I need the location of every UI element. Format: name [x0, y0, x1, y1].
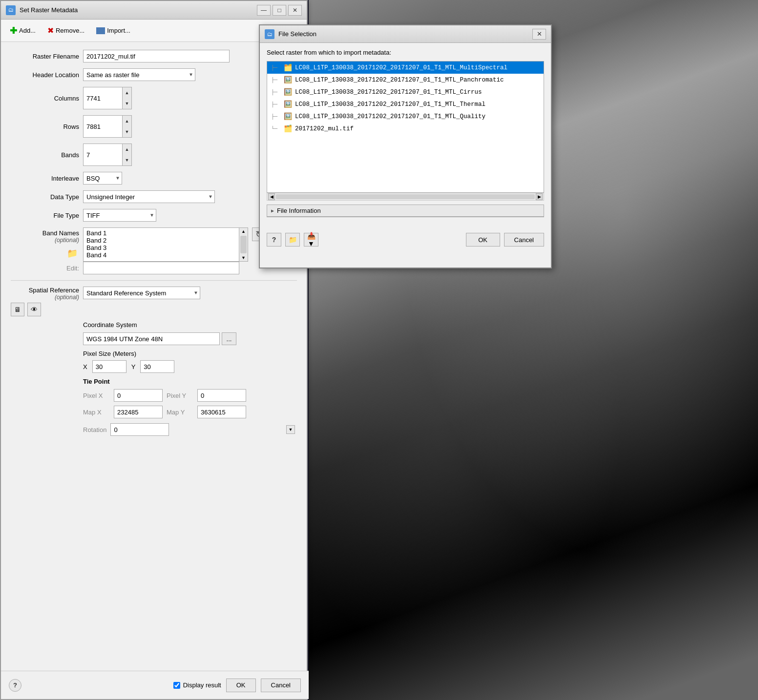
rows-row: Rows ▲ ▼	[11, 115, 297, 138]
dialog-titlebar: 🗂 File Selection ✕	[260, 25, 551, 43]
bottom-bar: ? Display result OK Cancel	[1, 671, 309, 699]
file-info-header[interactable]: ▶ File Information	[267, 205, 544, 217]
dialog-close-button[interactable]: ✕	[532, 29, 546, 40]
dialog-ok-button[interactable]: OK	[466, 233, 500, 247]
hscroll-right[interactable]: ▶	[536, 193, 543, 200]
rows-spinner-buttons: ▲ ▼	[122, 115, 132, 138]
rotation-row: Rotation ▼	[83, 423, 297, 436]
maximize-button[interactable]: □	[273, 5, 286, 16]
coord-browse-button[interactable]: ...	[222, 332, 236, 345]
file-name-label: LC08_L1TP_130038_20171202_20171207_01_T1…	[295, 64, 507, 71]
spatial-ref-dropdown-wrapper: Standard Reference System ▼	[83, 287, 200, 299]
map-y-input[interactable]	[197, 406, 246, 418]
collapse-icon: ▶	[271, 208, 274, 214]
add-button[interactable]: ✚ Add...	[7, 24, 39, 37]
spatial-eye-button[interactable]: 👁	[27, 303, 41, 316]
file-name-label: LC08_L1TP_130038_20171202_20171207_01_T1…	[295, 77, 504, 83]
file-tree-item[interactable]: ├─🖼️LC08_L1TP_130038_20171202_20171207_0…	[267, 110, 544, 123]
dialog-folder-icon: 📁	[289, 236, 297, 244]
remove-button[interactable]: ✖ Remove...	[44, 25, 87, 36]
main-ok-button[interactable]: OK	[226, 679, 256, 692]
band-names-row: Band Names (optional) 📁 Band 1 Band 2 Ba…	[11, 227, 297, 262]
monitor-icon: 🖥	[14, 306, 21, 313]
map-y-label: Map Y	[167, 409, 193, 416]
import-button[interactable]: Import...	[93, 26, 133, 35]
columns-spinner: ▲ ▼	[83, 87, 132, 109]
rotation-input[interactable]	[110, 423, 169, 436]
band-names-section: Band Names (optional) 📁 Band 1 Band 2 Ba…	[11, 227, 297, 274]
spatial-monitor-button[interactable]: 🖥	[11, 303, 24, 316]
band-names-textarea[interactable]: Band 1 Band 2 Band 3 Band 4	[83, 227, 239, 262]
pixel-y-input[interactable]	[140, 360, 174, 373]
main-cancel-button[interactable]: Cancel	[261, 679, 301, 692]
hscroll-left[interactable]: ◀	[268, 193, 275, 200]
file-name-label: LC08_L1TP_130038_20171202_20171207_01_T1…	[295, 113, 485, 120]
help-button[interactable]: ?	[9, 679, 21, 692]
minimize-button[interactable]: —	[257, 5, 271, 16]
raster-filename-input[interactable]	[83, 50, 230, 62]
columns-input[interactable]	[83, 87, 122, 109]
pixel-y-tie-input[interactable]	[197, 389, 246, 402]
file-icon: 🖼️	[284, 76, 292, 84]
pixel-x-input[interactable]	[92, 360, 126, 373]
rows-input[interactable]	[83, 115, 122, 138]
edit-row: Edit:	[11, 262, 297, 274]
bands-input[interactable]	[83, 144, 122, 166]
display-result-label[interactable]: Display result	[173, 681, 221, 689]
rotation-label: Rotation	[83, 426, 106, 433]
coord-system-input[interactable]	[83, 332, 220, 345]
file-tree-item[interactable]: ├─🖼️LC08_L1TP_130038_20171202_20171207_0…	[267, 74, 544, 86]
edit-input[interactable]	[83, 262, 239, 274]
add-label: Add...	[19, 27, 36, 34]
dialog-instruction: Select raster from which to import metad…	[267, 49, 544, 56]
map-x-input[interactable]	[114, 406, 163, 418]
bandnames-scroll-down[interactable]: ▼	[239, 254, 248, 261]
rows-spinner: ▲ ▼	[83, 115, 132, 138]
main-window-icon: 🗂	[6, 5, 16, 15]
dialog-help-button[interactable]: ?	[267, 233, 281, 247]
import-icon	[96, 27, 105, 34]
header-location-select[interactable]: Same as raster file	[83, 68, 195, 81]
main-window-title: Set Raster Metadata	[20, 6, 78, 14]
file-tree-item[interactable]: └─🗂️20171202_mul.tif	[267, 123, 544, 135]
bands-down[interactable]: ▼	[123, 155, 131, 165]
pixel-xy-row: X Y	[83, 360, 297, 373]
columns-down[interactable]: ▼	[123, 98, 131, 109]
data-type-select[interactable]: Unsigned Integer	[83, 190, 215, 203]
scroll-down-indicator[interactable]: ▼	[286, 425, 295, 434]
dialog-folder-button[interactable]: 📁	[285, 233, 300, 247]
bands-spinner: ▲ ▼	[83, 144, 132, 166]
band-names-folder-icon[interactable]: 📁	[65, 247, 79, 260]
pixel-x-tie-input[interactable]	[114, 389, 163, 402]
tie-point-pixel-row: Pixel X Pixel Y	[83, 389, 297, 402]
interleave-select[interactable]: BSQ	[83, 172, 122, 185]
file-tree-item[interactable]: ├─🖼️LC08_L1TP_130038_20171202_20171207_0…	[267, 98, 544, 110]
file-info-label: File Information	[277, 207, 321, 214]
bandnames-scroll-up[interactable]: ▲	[239, 228, 248, 235]
file-type-row: File Type TIFF ▼	[11, 209, 297, 222]
file-name-label: 20171202_mul.tif	[295, 125, 354, 132]
columns-label: Columns	[11, 95, 79, 102]
window-controls: — □ ✕	[257, 5, 302, 16]
coord-system-label: Coordinate System	[83, 321, 236, 329]
file-type-select-wrapper: TIFF ▼	[83, 209, 156, 222]
file-type-label: File Type	[11, 212, 79, 219]
file-selection-dialog: 🗂 File Selection ✕ Select raster from wh…	[259, 24, 552, 268]
dialog-cancel-button[interactable]: Cancel	[504, 233, 544, 247]
rows-up[interactable]: ▲	[123, 116, 131, 126]
bands-up[interactable]: ▲	[123, 144, 131, 155]
file-tree-item[interactable]: ├─🖼️LC08_L1TP_130038_20171202_20171207_0…	[267, 86, 544, 98]
file-icon: 🗂️	[284, 124, 292, 133]
file-tree[interactable]: ├─🗂️LC08_L1TP_130038_20171202_20171207_0…	[267, 61, 544, 193]
display-result-checkbox[interactable]	[173, 682, 180, 689]
columns-up[interactable]: ▲	[123, 87, 131, 98]
rows-down[interactable]: ▼	[123, 126, 131, 137]
dialog-import-button[interactable]: 📥▼	[304, 233, 318, 247]
spatial-ref-dropdown[interactable]: Standard Reference System	[83, 287, 200, 299]
file-tree-item[interactable]: ├─🗂️LC08_L1TP_130038_20171202_20171207_0…	[267, 62, 544, 74]
file-type-select[interactable]: TIFF	[83, 209, 156, 222]
horizontal-scrollbar[interactable]: ◀ ▶	[267, 193, 544, 201]
file-icon: 🖼️	[284, 88, 292, 96]
close-button[interactable]: ✕	[288, 5, 302, 16]
dialog-bottom: ? 📁 📥▼ OK Cancel	[260, 229, 551, 250]
